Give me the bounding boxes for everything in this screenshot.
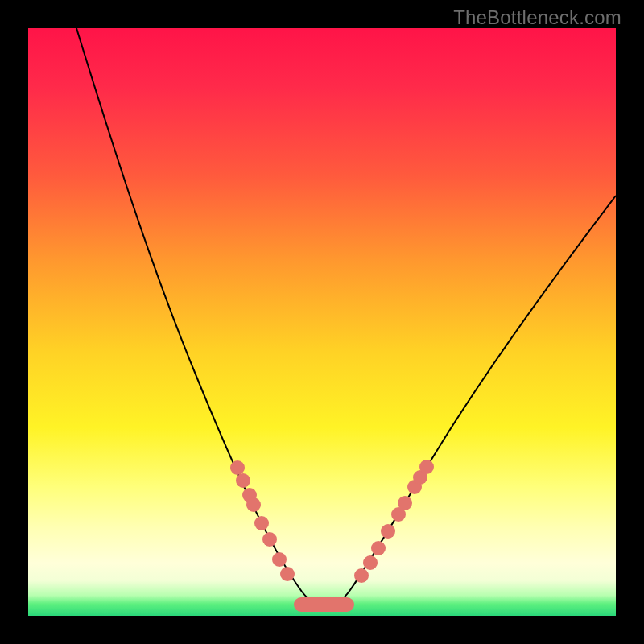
marker-dot	[230, 460, 245, 475]
curve-svg	[28, 28, 616, 616]
valley-band	[294, 597, 354, 612]
marker-dot	[363, 555, 378, 570]
left-slope-dots	[230, 460, 295, 581]
marker-dot	[280, 567, 295, 581]
marker-dot	[419, 460, 434, 474]
marker-dot	[246, 497, 261, 512]
plot-area	[28, 28, 616, 616]
valley-band-rect	[294, 597, 354, 612]
marker-dot	[254, 516, 269, 530]
bottleneck-curve	[76, 28, 616, 606]
marker-dot	[272, 552, 287, 567]
marker-dot	[354, 568, 369, 583]
chart-frame: TheBottleneck.com	[0, 0, 644, 644]
marker-dot	[236, 473, 250, 488]
marker-dot	[381, 524, 395, 539]
marker-dot	[262, 532, 277, 547]
marker-dot	[371, 541, 386, 555]
marker-dot	[398, 496, 412, 510]
watermark-text: TheBottleneck.com	[453, 6, 621, 29]
